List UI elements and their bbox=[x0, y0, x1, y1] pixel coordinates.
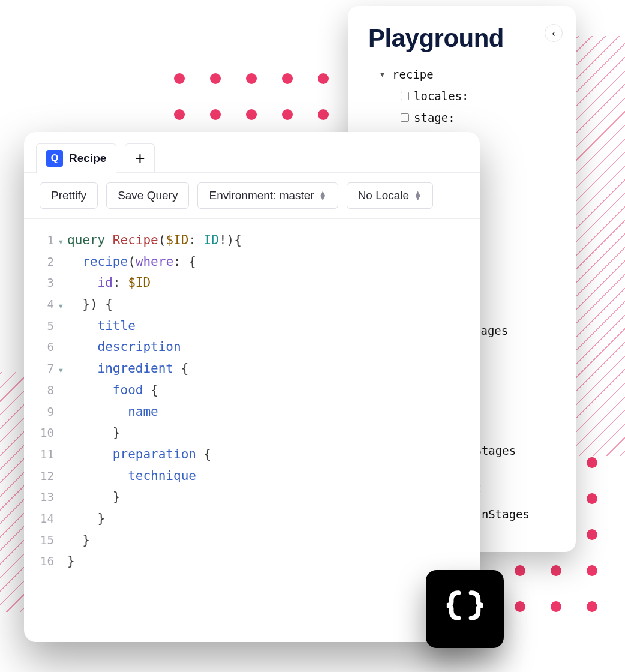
code-content: technique bbox=[67, 466, 196, 487]
editor-toolbar: Prettify Save Query Environment: master … bbox=[24, 172, 480, 219]
page-title: Playground bbox=[368, 24, 555, 53]
button-label: Environment: master bbox=[209, 189, 314, 202]
plus-icon: + bbox=[135, 149, 145, 168]
sort-icon: ▲▼ bbox=[414, 191, 422, 200]
fold-caret-icon[interactable]: ▼ bbox=[59, 301, 67, 313]
prettify-button[interactable]: Prettify bbox=[40, 182, 98, 209]
code-content: } bbox=[67, 551, 75, 572]
line-number: 15 bbox=[32, 530, 59, 550]
code-line[interactable]: 7▼ ingredient { bbox=[32, 358, 471, 380]
line-number: 8 bbox=[32, 380, 59, 400]
tree-param-label: stage: bbox=[414, 107, 455, 128]
code-content: title bbox=[67, 316, 136, 337]
sort-icon: ▲▼ bbox=[319, 191, 327, 200]
fold-caret-icon[interactable]: ▼ bbox=[59, 237, 67, 248]
code-line[interactable]: 11 preparation { bbox=[32, 444, 471, 466]
checkbox-icon[interactable] bbox=[401, 92, 409, 100]
environment-select[interactable]: Environment: master ▲▼ bbox=[197, 182, 338, 209]
tab-label: Recipe bbox=[69, 152, 106, 165]
code-line[interactable]: 2 recipe(where: { bbox=[32, 251, 471, 273]
code-line[interactable]: 6 description bbox=[32, 337, 471, 358]
code-line[interactable]: 4▼ }) { bbox=[32, 294, 471, 316]
tree-param-label: locales: bbox=[414, 85, 469, 107]
code-content: }) { bbox=[67, 294, 113, 316]
locale-select[interactable]: No Locale ▲▼ bbox=[347, 182, 433, 209]
button-label: Prettify bbox=[51, 189, 86, 202]
code-line[interactable]: 5 title bbox=[32, 316, 471, 337]
code-content: id: $ID bbox=[67, 272, 151, 294]
line-number: 4 bbox=[32, 295, 59, 314]
line-number: 11 bbox=[32, 445, 59, 464]
code-content: recipe(where: { bbox=[67, 251, 196, 273]
line-number: 5 bbox=[32, 316, 59, 335]
code-content: name bbox=[67, 401, 158, 423]
line-number: 16 bbox=[32, 551, 59, 571]
line-number: 6 bbox=[32, 337, 59, 356]
collapse-button[interactable]: ‹ bbox=[545, 24, 563, 42]
tree-node-label: recipe bbox=[392, 64, 434, 85]
code-content: } bbox=[67, 508, 105, 530]
code-line[interactable]: 14 } bbox=[32, 508, 471, 530]
line-number: 13 bbox=[32, 487, 59, 506]
tree-node-recipe[interactable]: ▼ recipe bbox=[380, 64, 555, 85]
code-content: } bbox=[67, 422, 121, 444]
code-line[interactable]: 1▼query Recipe($ID: ID!){ bbox=[32, 230, 471, 251]
caret-down-icon: ▼ bbox=[380, 68, 389, 82]
code-line[interactable]: 8 food { bbox=[32, 380, 471, 401]
tab-recipe[interactable]: Q Recipe bbox=[36, 143, 116, 173]
new-tab-button[interactable]: + bbox=[125, 143, 155, 172]
fold-caret-icon[interactable]: ▼ bbox=[59, 365, 67, 377]
save-query-button[interactable]: Save Query bbox=[106, 182, 189, 209]
code-line[interactable]: 13 } bbox=[32, 487, 471, 508]
line-number: 12 bbox=[32, 466, 59, 485]
tree-param-stage[interactable]: stage: bbox=[401, 107, 555, 128]
code-content: query Recipe($ID: ID!){ bbox=[67, 230, 242, 251]
code-line[interactable]: 15 } bbox=[32, 530, 471, 551]
line-number: 3 bbox=[32, 273, 59, 292]
button-label: No Locale bbox=[358, 189, 410, 202]
tree-param-locales[interactable]: locales: bbox=[401, 85, 555, 107]
line-number: 14 bbox=[32, 509, 59, 528]
code-content: description bbox=[67, 337, 181, 358]
code-content: } bbox=[67, 530, 90, 551]
line-number: 9 bbox=[32, 402, 59, 421]
tab-bar: Q Recipe + bbox=[24, 132, 480, 172]
checkbox-icon[interactable] bbox=[401, 113, 409, 122]
code-line[interactable]: 10 } bbox=[32, 422, 471, 444]
code-line[interactable]: 3 id: $ID bbox=[32, 272, 471, 294]
code-content: } bbox=[67, 487, 121, 508]
code-content: food { bbox=[67, 380, 158, 401]
code-content: preparation { bbox=[67, 444, 211, 466]
line-number: 7 bbox=[32, 359, 59, 378]
code-content: ingredient { bbox=[67, 358, 188, 380]
code-line[interactable]: 16} bbox=[32, 551, 471, 572]
line-number: 10 bbox=[32, 423, 59, 442]
chevron-left-icon: ‹ bbox=[551, 28, 557, 39]
code-editor[interactable]: 1▼query Recipe($ID: ID!){2 recipe(where:… bbox=[24, 219, 480, 583]
explorer-tree[interactable]: ▼ recipe locales: stage: bbox=[380, 64, 555, 128]
line-number: 2 bbox=[32, 252, 59, 271]
query-editor-panel: Q Recipe + Prettify Save Query Environme… bbox=[24, 132, 480, 642]
braces-icon bbox=[444, 590, 486, 628]
graphql-icon-chip bbox=[426, 570, 504, 648]
code-line[interactable]: 12 technique bbox=[32, 466, 471, 487]
line-number: 1 bbox=[32, 230, 59, 250]
button-label: Save Query bbox=[118, 189, 178, 202]
query-type-badge: Q bbox=[46, 150, 63, 167]
code-line[interactable]: 9 name bbox=[32, 401, 471, 423]
